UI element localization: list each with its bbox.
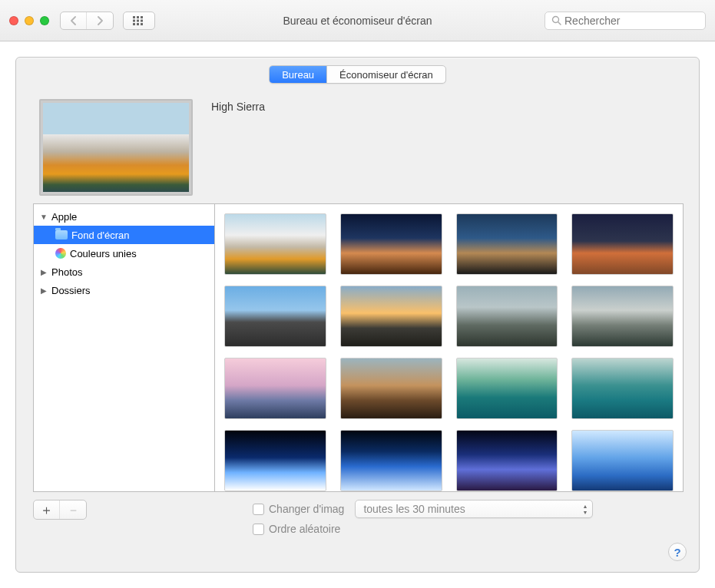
change-image-row: Changer d'imag toutes les 30 minutes ▲▼	[253, 500, 593, 518]
grid-icon	[133, 16, 145, 25]
random-order-row: Ordre aléatoire	[253, 523, 593, 535]
svg-rect-6	[133, 23, 135, 25]
wallpaper-thumb[interactable]	[456, 213, 558, 275]
close-button[interactable]	[9, 16, 18, 25]
wallpaper-thumb[interactable]	[340, 286, 442, 347]
wallpaper-thumb[interactable]	[456, 286, 558, 347]
wallpaper-thumb[interactable]	[224, 213, 326, 275]
wallpaper-thumb[interactable]	[571, 358, 674, 419]
wallpaper-thumb[interactable]	[571, 213, 674, 275]
sidebar-item-solid-colors[interactable]: Couleurs unies	[34, 244, 214, 263]
wallpaper-thumb[interactable]	[340, 430, 442, 491]
svg-rect-7	[137, 23, 139, 25]
titlebar: Bureau et économiseur d'écran	[0, 0, 715, 41]
wallpaper-grid[interactable]	[215, 204, 683, 491]
svg-rect-5	[141, 19, 143, 21]
forward-button[interactable]	[87, 12, 113, 29]
add-remove-group: ＋ －	[33, 500, 87, 520]
show-all-button[interactable]	[123, 12, 155, 30]
chevron-left-icon	[70, 16, 78, 25]
pref-panel: Bureau Économiseur d'écran High Sierra ▼…	[15, 57, 700, 573]
sidebar-label: Photos	[51, 266, 82, 278]
remove-folder-button[interactable]: －	[60, 500, 86, 519]
interval-value: toutes les 30 minutes	[363, 503, 465, 515]
popup-arrows-icon: ▲▼	[582, 504, 588, 515]
wallpaper-thumb[interactable]	[340, 358, 442, 419]
nav-group	[60, 12, 114, 30]
wallpaper-thumb[interactable]	[456, 358, 558, 419]
change-options: Changer d'imag toutes les 30 minutes ▲▼ …	[253, 500, 593, 535]
back-button[interactable]	[61, 12, 87, 29]
wallpaper-thumb[interactable]	[224, 430, 326, 491]
svg-rect-2	[141, 16, 143, 18]
wallpaper-thumb[interactable]	[456, 430, 558, 491]
sidebar-label: Dossiers	[51, 285, 91, 296]
folder-icon	[55, 230, 68, 239]
svg-line-10	[558, 22, 561, 25]
wallpaper-thumb[interactable]	[224, 286, 326, 347]
help-icon: ?	[674, 546, 680, 559]
svg-rect-0	[133, 16, 135, 18]
sidebar-label: Apple	[51, 211, 77, 223]
search-icon	[551, 15, 561, 25]
svg-rect-1	[137, 16, 139, 18]
current-wallpaper-row: High Sierra	[16, 84, 699, 203]
wallpaper-chooser: ▼ Apple Fond d'écran Couleurs unies ▶ Ph…	[33, 203, 684, 492]
color-wheel-icon	[55, 248, 66, 259]
tab-screensaver[interactable]: Économiseur d'écran	[326, 66, 445, 83]
wallpaper-thumb[interactable]	[224, 358, 326, 419]
source-sidebar[interactable]: ▼ Apple Fond d'écran Couleurs unies ▶ Ph…	[34, 204, 215, 491]
current-wallpaper-preview	[39, 99, 193, 196]
help-button[interactable]: ?	[668, 543, 687, 561]
disclosure-triangle-icon[interactable]: ▶	[40, 286, 48, 294]
wallpaper-thumb[interactable]	[340, 213, 442, 275]
chevron-right-icon	[96, 16, 104, 25]
window-controls	[9, 16, 49, 25]
svg-rect-3	[133, 19, 135, 21]
svg-rect-8	[141, 23, 143, 25]
add-folder-button[interactable]: ＋	[34, 500, 60, 519]
wallpaper-thumb[interactable]	[571, 286, 674, 347]
sidebar-item-wallpapers[interactable]: Fond d'écran	[34, 226, 214, 244]
tab-bar: Bureau Économiseur d'écran	[269, 65, 446, 84]
disclosure-triangle-icon[interactable]: ▶	[40, 268, 48, 276]
tab-desktop[interactable]: Bureau	[270, 66, 326, 83]
minimize-button[interactable]	[25, 16, 34, 25]
svg-rect-4	[137, 19, 139, 21]
random-order-checkbox[interactable]	[253, 524, 264, 535]
change-image-label: Changer d'imag	[269, 503, 344, 515]
zoom-button[interactable]	[40, 16, 49, 25]
random-order-label: Ordre aléatoire	[269, 523, 340, 535]
interval-popup[interactable]: toutes les 30 minutes ▲▼	[355, 500, 593, 518]
search-input[interactable]	[564, 15, 699, 27]
change-image-checkbox[interactable]	[253, 504, 264, 515]
sidebar-group-apple[interactable]: ▼ Apple	[34, 207, 214, 226]
footer-row: ＋ － Changer d'imag toutes les 30 minutes…	[16, 492, 699, 535]
search-field[interactable]	[545, 12, 706, 30]
sidebar-group-folders[interactable]: ▶ Dossiers	[34, 281, 214, 299]
sidebar-label: Fond d'écran	[71, 230, 129, 241]
sidebar-group-photos[interactable]: ▶ Photos	[34, 263, 214, 281]
wallpaper-thumb[interactable]	[571, 430, 674, 491]
disclosure-triangle-icon[interactable]: ▼	[40, 213, 48, 220]
sidebar-label: Couleurs unies	[70, 248, 137, 259]
current-wallpaper-name: High Sierra	[211, 101, 265, 113]
wallpaper-image	[43, 103, 189, 192]
